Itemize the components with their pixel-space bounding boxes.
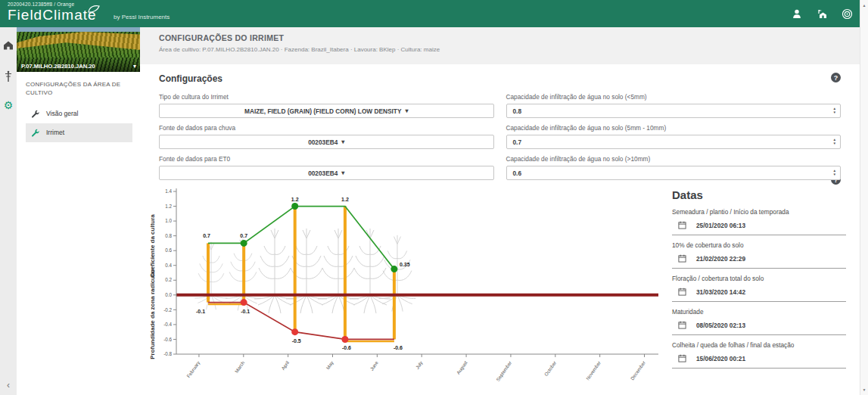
scroll-up-icon[interactable]: ▲: [860, 3, 868, 8]
svg-text:March: March: [233, 359, 245, 374]
spinner-down-icon[interactable]: ▼: [832, 142, 836, 146]
infiltration-5-10-label: Capacidade de infiltração de água no sol…: [506, 124, 842, 132]
infiltration-gt10-input[interactable]: 0.6 ▲ ▼: [506, 166, 842, 180]
svg-text:-0.5: -0.5: [292, 338, 301, 344]
user-icon[interactable]: [791, 8, 803, 20]
number-spinner[interactable]: ▲ ▼: [832, 107, 836, 114]
dates-title: Datas: [672, 188, 846, 201]
svg-text:October: October: [543, 360, 558, 377]
sidebar-item-visao-geral[interactable]: Visão geral: [26, 104, 132, 123]
station-name: P.07.MILHO.2B2810.JAN.20: [21, 63, 133, 70]
svg-text:-0.6: -0.6: [394, 345, 403, 350]
dropdown-caret-icon: ▾: [341, 170, 344, 176]
date-label: 10% de cobertura do solo: [672, 241, 846, 249]
sidebar: P.07.MILHO.2B2810.JAN.20 ▾ CONFIGURAÇÕES…: [17, 27, 140, 395]
stations-icon[interactable]: [816, 8, 828, 20]
date-field-maturity[interactable]: 08/05/2020 02:13: [672, 321, 846, 335]
date-field-cover10[interactable]: 21/02/2020 22:29: [672, 254, 846, 269]
svg-text:December: December: [630, 360, 646, 381]
et0-source-label: Fonte de dados para ET0: [159, 155, 494, 163]
svg-text:July: July: [415, 359, 425, 370]
wrench-icon-active: [31, 129, 39, 137]
sidebar-item-label: Irrimet: [46, 129, 64, 136]
date-label: Floração / cobertura total do solo: [672, 275, 846, 282]
svg-text:0.35: 0.35: [400, 262, 410, 267]
main-area: CONFIGURAÇÕES DO IRRIMET Área de cultivo…: [140, 27, 860, 395]
svg-text:-0.1: -0.1: [196, 309, 205, 314]
svg-text:1.4: 1.4: [165, 188, 172, 194]
page-header: CONFIGURAÇÕES DO IRRIMET Área de cultivo…: [140, 27, 860, 64]
calendar-icon: [678, 288, 686, 296]
svg-text:Coeficiente da cultura: Coeficiente da cultura: [149, 214, 156, 278]
spinner-down-icon[interactable]: ▼: [832, 111, 836, 115]
svg-text:-0.4: -0.4: [163, 322, 172, 327]
svg-text:0.2: 0.2: [165, 277, 172, 282]
svg-text:1.0: 1.0: [165, 218, 172, 223]
collapse-sidebar-chevron[interactable]: ‹: [0, 380, 17, 390]
svg-text:0.7: 0.7: [240, 233, 247, 238]
crop-type-label: Tipo de cultura do Irrimet: [159, 93, 494, 101]
spinner-down-icon[interactable]: ▼: [832, 173, 836, 177]
svg-text:February: February: [185, 359, 201, 379]
calendar-icon: [678, 221, 686, 229]
settings-gear-icon[interactable]: ⚙: [0, 94, 17, 117]
station-mast-icon[interactable]: [0, 65, 17, 88]
infiltration-lt5-label: Capacidade de infiltração de água no sol…: [506, 93, 842, 101]
settings-heading: Configurações: [140, 64, 860, 87]
live-data-icon[interactable]: [841, 8, 853, 20]
home-icon[interactable]: [0, 33, 17, 56]
svg-text:June: June: [369, 359, 379, 372]
svg-text:1.2: 1.2: [165, 204, 172, 209]
date-field-sowing[interactable]: 25/01/2020 06:13: [672, 221, 846, 235]
infiltration-5-10-input[interactable]: 0.7 ▲ ▼: [506, 135, 842, 149]
svg-text:May: May: [325, 359, 335, 371]
irrimet-crop-chart[interactable]: 0.70.71.21.20.35-0.1-0.1-0.5-0.6-0.61.41…: [148, 185, 662, 390]
svg-text:Profundidade da zona radicular: Profundidade da zona radicular: [149, 269, 156, 359]
brand-logo[interactable]: FieldClimate: [8, 7, 97, 23]
device-label: 20200420.12385ff8 / Orange: [8, 2, 74, 7]
wrench-icon: [31, 110, 39, 118]
crop-type-select[interactable]: MAIZE, FIELD (GRAIN) (FIELD CORN) LOW DE…: [159, 104, 494, 118]
svg-text:-0.2: -0.2: [163, 307, 172, 313]
scroll-down-icon[interactable]: ▼: [860, 387, 868, 392]
number-spinner[interactable]: ▲ ▼: [832, 170, 836, 176]
station-selector[interactable]: P.07.MILHO.2B2810.JAN.20 ▾: [17, 27, 140, 72]
corn-illustrations: [194, 229, 415, 313]
svg-text:0.4: 0.4: [165, 263, 172, 268]
page-title: CONFIGURAÇÕES DO IRRIMET: [159, 33, 860, 42]
number-spinner[interactable]: ▲ ▼: [832, 138, 836, 145]
brand-suffix: by Pessl Instruments: [114, 14, 170, 20]
svg-text:-0.6: -0.6: [163, 337, 172, 342]
svg-text:0.8: 0.8: [165, 233, 172, 238]
et0-source-select[interactable]: 00203EB4 ▾: [159, 166, 494, 180]
top-bar: 20200420.12385ff8 / Orange FieldClimate …: [0, 0, 868, 27]
infiltration-lt5-input[interactable]: 0.8 ▲ ▼: [506, 104, 842, 118]
svg-text:1.2: 1.2: [341, 197, 349, 202]
svg-text:-0.6: -0.6: [342, 345, 351, 350]
leaf-icon: [88, 5, 100, 14]
svg-text:-0.1: -0.1: [241, 309, 250, 314]
rain-source-label: Fonte de dados para chuva: [159, 124, 494, 132]
sidebar-item-irrimet[interactable]: Irrimet: [26, 123, 132, 142]
svg-text:August: August: [456, 360, 469, 376]
rain-source-select[interactable]: 00203EB4 ▾: [159, 135, 494, 149]
svg-text:November: November: [585, 360, 602, 381]
dates-panel: Datas Semeadura / plantio / Início da te…: [672, 188, 846, 375]
date-label: Semeadura / plantio / Início da temporad…: [672, 208, 846, 216]
calendar-icon: [678, 354, 686, 362]
station-dropdown-caret-icon: ▾: [133, 63, 136, 70]
svg-text:0.6: 0.6: [165, 247, 172, 253]
date-field-flowering[interactable]: 31/03/2020 14:42: [672, 288, 846, 302]
svg-text:April: April: [280, 360, 291, 372]
date-field-harvest[interactable]: 15/06/2020 00:21: [672, 354, 846, 369]
calendar-icon: [678, 321, 686, 329]
date-label: Maturidade: [672, 308, 846, 316]
sidebar-item-label: Visão geral: [46, 110, 78, 117]
icon-rail: ⚙ ‹: [0, 27, 17, 395]
calendar-icon: [678, 254, 686, 263]
svg-text:0.0: 0.0: [165, 292, 172, 297]
help-icon[interactable]: ?: [831, 73, 841, 82]
nav-section-title: CONFIGURAÇÕES DA ÁREA DE CULTIVO: [26, 81, 132, 98]
vertical-scrollbar[interactable]: ▲ ▼: [860, 0, 868, 395]
svg-text:September: September: [495, 360, 513, 383]
